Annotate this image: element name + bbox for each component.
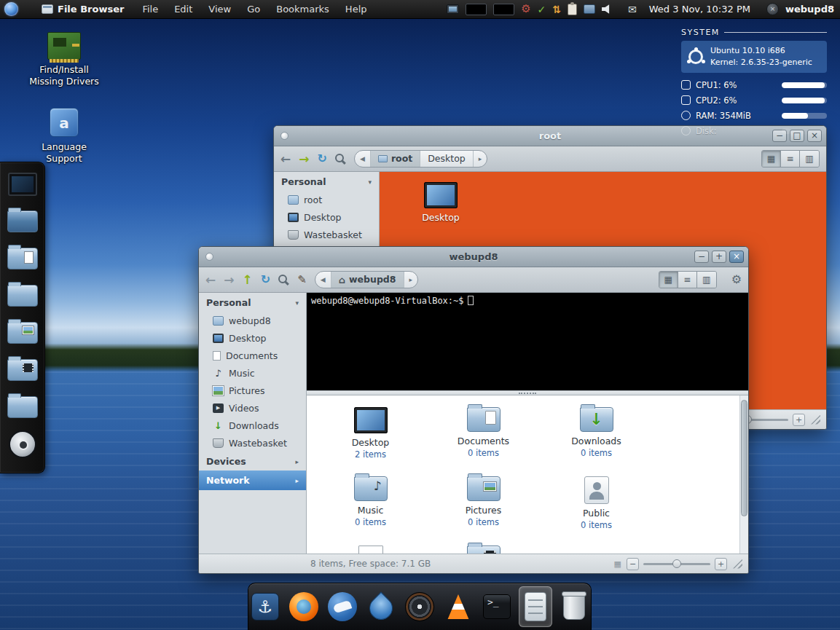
- maximize-button[interactable]: [790, 130, 804, 142]
- menu-help[interactable]: Help: [337, 0, 375, 19]
- file-item-desktop[interactable]: Desktop: [406, 182, 476, 223]
- resize-grip[interactable]: [811, 415, 820, 425]
- file-item-public[interactable]: Public 0 items: [540, 472, 653, 541]
- sidebar-item-desktop[interactable]: Desktop: [274, 208, 379, 226]
- dock-item-cd[interactable]: [6, 429, 39, 459]
- menu-go[interactable]: Go: [239, 0, 268, 19]
- dock-item-videos[interactable]: [6, 355, 39, 385]
- search-icon[interactable]: [278, 275, 289, 286]
- file-icon-view[interactable]: Desktop 2 items Documents 0 items Downlo…: [307, 395, 748, 554]
- zoom-slider[interactable]: [643, 563, 710, 565]
- dock-item-terminal[interactable]: [480, 586, 514, 627]
- dock-item-documents[interactable]: [6, 243, 39, 273]
- sidebar-section-devices[interactable]: Devices: [199, 452, 306, 470]
- zoom-in-button[interactable]: [715, 558, 727, 570]
- file-item-pictures[interactable]: Pictures 0 items: [427, 472, 540, 541]
- back-button[interactable]: [205, 274, 216, 286]
- distributor-logo-icon[interactable]: [4, 2, 18, 16]
- mail-icon[interactable]: [628, 4, 637, 15]
- sidebar-item-music[interactable]: Music: [199, 364, 306, 382]
- back-button[interactable]: [280, 153, 291, 165]
- dock-item-vlc[interactable]: [441, 586, 475, 627]
- zoom-out-button[interactable]: [627, 558, 639, 570]
- window-switcher-icon[interactable]: [584, 4, 595, 14]
- clipboard-icon[interactable]: [568, 4, 577, 15]
- sidebar-item-desktop[interactable]: Desktop: [199, 329, 306, 347]
- transfer-arrows-icon[interactable]: [552, 4, 561, 15]
- forward-button[interactable]: [224, 274, 234, 286]
- session-menu-icon[interactable]: [766, 3, 779, 15]
- dock-item-file-manager[interactable]: [519, 586, 552, 627]
- desktop-icon-language-support[interactable]: Language Support: [28, 108, 101, 165]
- sidebar-section-personal[interactable]: Personal: [274, 172, 379, 191]
- file-item-music[interactable]: Music 0 items: [314, 472, 427, 541]
- file-item-desktop[interactable]: Desktop 2 items: [314, 403, 427, 472]
- sidebar-section-personal[interactable]: Personal: [199, 293, 306, 312]
- close-button[interactable]: [729, 251, 744, 263]
- crumb-back-icon[interactable]: [315, 272, 331, 288]
- menu-view[interactable]: View: [200, 0, 239, 19]
- refresh-button[interactable]: [318, 153, 327, 165]
- menu-file[interactable]: File: [134, 0, 166, 19]
- sidebar-item-home[interactable]: webupd8: [199, 312, 306, 329]
- sidebar-item-videos[interactable]: Videos: [199, 399, 306, 417]
- breadcrumb-desktop[interactable]: Desktop: [420, 151, 474, 167]
- embedded-terminal[interactable]: webupd8@webupd8-VirtualBox:~$: [307, 293, 748, 390]
- file-item-templates[interactable]: [314, 541, 427, 554]
- crumb-back-icon[interactable]: [355, 151, 371, 167]
- window-menu-icon[interactable]: [280, 132, 288, 140]
- desktop-icon-drivers[interactable]: Find/Install Missing Drivers: [28, 32, 101, 88]
- file-item-videos[interactable]: [427, 541, 540, 554]
- main-titlebar[interactable]: webupd8: [199, 247, 748, 267]
- forward-button[interactable]: [299, 153, 309, 165]
- list-view-button[interactable]: [678, 272, 697, 288]
- compact-view-button[interactable]: [800, 151, 819, 167]
- root-titlebar[interactable]: root: [274, 126, 826, 146]
- gear-menu-icon[interactable]: [731, 274, 742, 286]
- dock-item-firefox[interactable]: [287, 586, 321, 627]
- breadcrumb-root[interactable]: root: [371, 151, 420, 167]
- window-menu-icon[interactable]: [205, 253, 213, 261]
- scrollbar-thumb[interactable]: [741, 400, 747, 516]
- search-icon[interactable]: [335, 154, 346, 165]
- sidebar-item-downloads[interactable]: Downloads: [199, 417, 306, 434]
- icon-view-button[interactable]: [659, 272, 678, 288]
- updates-gear-icon[interactable]: [521, 4, 530, 15]
- dock-item-deluge[interactable]: [364, 586, 398, 627]
- dock-item-pictures[interactable]: [6, 318, 39, 347]
- ok-check-icon[interactable]: [538, 4, 546, 15]
- sidebar-section-network[interactable]: Network: [199, 470, 306, 490]
- close-button[interactable]: [807, 130, 822, 142]
- icon-view-button[interactable]: [762, 151, 781, 167]
- list-view-button[interactable]: [781, 151, 800, 167]
- up-button[interactable]: [243, 274, 253, 286]
- terminal-window-tray-icon[interactable]: [466, 4, 487, 15]
- compact-view-button[interactable]: [697, 272, 716, 288]
- pane-splitter[interactable]: [307, 390, 748, 395]
- dock-item-downloads[interactable]: [6, 392, 39, 422]
- crumb-expand-icon[interactable]: [474, 155, 487, 162]
- minimize-button[interactable]: [694, 251, 709, 263]
- vertical-scrollbar[interactable]: [739, 395, 748, 554]
- crumb-expand-icon[interactable]: [404, 276, 418, 283]
- refresh-button[interactable]: [261, 274, 270, 286]
- volume-icon[interactable]: [602, 4, 612, 15]
- dock-item-media-player[interactable]: [403, 586, 436, 627]
- menu-bookmarks[interactable]: Bookmarks: [268, 0, 337, 19]
- display-tray-icon[interactable]: [447, 4, 459, 14]
- username[interactable]: webupd8: [785, 4, 834, 15]
- minimize-button[interactable]: [772, 130, 787, 142]
- clock[interactable]: Wed 3 Nov, 10:32 PM: [649, 4, 750, 15]
- zoom-reset-icon[interactable]: [614, 559, 621, 569]
- file-item-downloads[interactable]: Downloads 0 items: [540, 403, 653, 472]
- dock-item-music[interactable]: [6, 280, 39, 310]
- sidebar-item-wastebasket[interactable]: Wastebasket: [199, 434, 306, 452]
- dock-item-thunderbird[interactable]: [326, 586, 359, 627]
- maximize-button[interactable]: [712, 251, 726, 263]
- dock-item-home[interactable]: [6, 206, 39, 236]
- sidebar-item-documents[interactable]: Documents: [199, 347, 306, 364]
- breadcrumb-home[interactable]: webupd8: [331, 272, 404, 288]
- dock-item-anchor-app[interactable]: [248, 586, 282, 627]
- zoom-in-button[interactable]: [793, 414, 805, 426]
- sidebar-item-root[interactable]: root: [274, 191, 379, 208]
